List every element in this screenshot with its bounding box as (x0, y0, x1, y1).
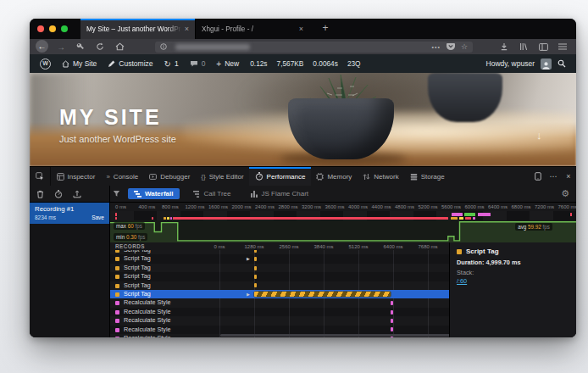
perf-settings-gear-icon[interactable]: ⚙ (561, 188, 569, 199)
ruler-tick: 1600 ms (208, 204, 228, 209)
tab-memory[interactable]: Memory (311, 167, 358, 186)
tab-xhgui[interactable]: Xhgui - Profile - / × (195, 19, 309, 39)
expand-arrow-icon[interactable]: ▶ (247, 290, 250, 298)
ruler-tick: 2000 ms (232, 204, 252, 209)
bookmark-star-icon[interactable]: ☆ (461, 43, 468, 51)
record-type-swatch (115, 257, 119, 261)
tab-close-icon[interactable]: × (299, 25, 303, 33)
record-row[interactable]: Script Tag ▶ (110, 254, 449, 263)
pocket-icon[interactable] (447, 43, 455, 51)
record-row[interactable]: Recalculate Style ▶ (110, 326, 449, 334)
ruler-tick: 6400 ms (488, 204, 508, 209)
overview-marker (465, 217, 471, 220)
wp-admin-bar: W My Site Customize ↻ 1 0 + New 0.12s7,5… (30, 54, 576, 73)
new-tab-button[interactable]: + (318, 21, 333, 36)
recordings-sidebar: Recording #1 8234 ms Save (30, 203, 110, 337)
record-row[interactable]: Recalculate Style ▶ (110, 298, 449, 307)
desktop: My Site – Just another WordPress s × Xhg… (0, 0, 588, 373)
howdy-account[interactable]: Howdy, wpuser (486, 59, 535, 68)
admin-customize[interactable]: Customize (108, 59, 153, 68)
tab-performance[interactable]: Performance (249, 167, 311, 186)
fps-max-label: max 60 fps (114, 222, 145, 230)
tab-storage[interactable]: Storage (404, 167, 450, 186)
overview-marker (452, 213, 463, 216)
record-row[interactable]: Recalculate Style ▶ (110, 308, 449, 316)
record-row[interactable]: Script Tag ▶ (110, 264, 449, 272)
expand-arrow-icon[interactable]: ▶ (247, 254, 250, 263)
wrench-icon[interactable] (75, 41, 86, 53)
record-row[interactable]: Recalculate Style ▶ (110, 316, 449, 325)
forward-button[interactable]: → (55, 41, 67, 53)
search-icon[interactable] (557, 59, 566, 68)
ruler-tick: 800 ms (162, 204, 179, 209)
zoom-window-button[interactable] (61, 25, 68, 32)
site-title[interactable]: MY SITE (59, 105, 162, 130)
download-icon[interactable] (498, 41, 510, 53)
tab-debugger[interactable]: Debugger (144, 167, 196, 186)
wordpress-logo-icon[interactable]: W (40, 58, 51, 70)
record-label: Script Tag (124, 272, 151, 281)
ruler-tick: 0 ms (115, 204, 126, 209)
tab-close-icon[interactable]: × (185, 25, 189, 33)
record-label: Script Tag (124, 281, 151, 290)
overview-marker (570, 213, 572, 216)
perf-view-switcher: Waterfall Call Tree JS Flame Chart (113, 186, 314, 202)
avatar[interactable] (541, 58, 552, 70)
url-bar[interactable]: ••• ☆ (155, 42, 473, 53)
home-icon[interactable] (114, 41, 125, 53)
record-row[interactable]: Script Tag ▶ (110, 290, 449, 298)
minimize-window-button[interactable] (49, 25, 56, 32)
scroll-down-arrow[interactable]: ↓ (536, 129, 542, 142)
pick-element-button[interactable] (30, 167, 51, 186)
record-label: Recalculate Style (124, 298, 171, 307)
marker-title: Script Tag (466, 248, 499, 255)
markers-overview[interactable] (110, 211, 576, 220)
record-row[interactable]: Script Tag ▶ (110, 272, 449, 281)
library-icon[interactable] (518, 41, 530, 53)
reload-icon[interactable] (94, 41, 106, 53)
tab-style-editor[interactable]: {} Style Editor (196, 167, 249, 186)
overview-marker (464, 213, 475, 216)
performance-toolbar: Waterfall Call Tree JS Flame Chart ⚙ (30, 186, 576, 203)
marker-detail-pane: Script Tag Duration: 4,999.70 ms Stack: … (449, 242, 576, 337)
tab-my-site[interactable]: My Site – Just another WordPress s × (80, 19, 195, 39)
ruler-tick: 400 ms (139, 204, 156, 209)
admin-updates[interactable]: ↻ 1 (164, 59, 179, 68)
close-window-button[interactable] (37, 25, 44, 32)
devtools-close-icon[interactable]: × (561, 172, 576, 181)
waterfall-ruler-tick: 0 ms (214, 244, 225, 249)
filter-funnel-icon[interactable] (113, 190, 120, 198)
horizontal-scrollbar[interactable] (220, 334, 449, 337)
updates-icon: ↻ (164, 60, 171, 68)
admin-comments[interactable]: 0 (190, 59, 206, 68)
fps-overview[interactable]: max 60 fps min 0.30 fps avg 59.92 fps (110, 220, 576, 243)
tab-inspector[interactable]: Inspector (51, 167, 101, 186)
stat-value: 0.12s (250, 59, 267, 68)
page-actions-icon[interactable]: ••• (432, 44, 441, 50)
view-call-tree[interactable]: Call Tree (187, 188, 237, 199)
clear-recordings-trash-icon[interactable] (36, 190, 44, 198)
back-button[interactable]: ← (36, 40, 48, 53)
admin-my-site[interactable]: My Site (62, 59, 97, 68)
admin-new[interactable]: + New (216, 59, 239, 68)
recording-item[interactable]: Recording #1 8234 ms Save (30, 203, 109, 224)
tab-network[interactable]: Network (358, 167, 404, 186)
overview-marker (115, 213, 117, 216)
save-recording-link[interactable]: Save (92, 214, 104, 220)
tab-console[interactable]: » Console (101, 167, 144, 186)
devtools-menu-icon[interactable]: ⋯ (546, 172, 561, 181)
menu-hamburger-icon[interactable] (557, 41, 569, 53)
stack-frame-link[interactable]: /:60 (457, 277, 569, 285)
responsive-mode-icon[interactable] (530, 172, 546, 181)
query-monitor-stats[interactable]: 0.12s7,567KB0.0064s23Q (250, 59, 360, 68)
record-type-swatch (115, 301, 119, 305)
record-type-swatch (115, 292, 119, 297)
import-recording-icon[interactable] (73, 190, 81, 198)
site-info-icon[interactable] (160, 43, 167, 50)
view-js-flame-chart[interactable]: JS Flame Chart (245, 188, 315, 199)
record-stopwatch-icon[interactable] (54, 190, 63, 198)
record-row[interactable]: Script Tag ▶ (110, 281, 449, 290)
record-type-swatch (115, 310, 119, 315)
view-waterfall[interactable]: Waterfall (128, 188, 180, 199)
sidebar-toggle-icon[interactable] (537, 41, 549, 53)
